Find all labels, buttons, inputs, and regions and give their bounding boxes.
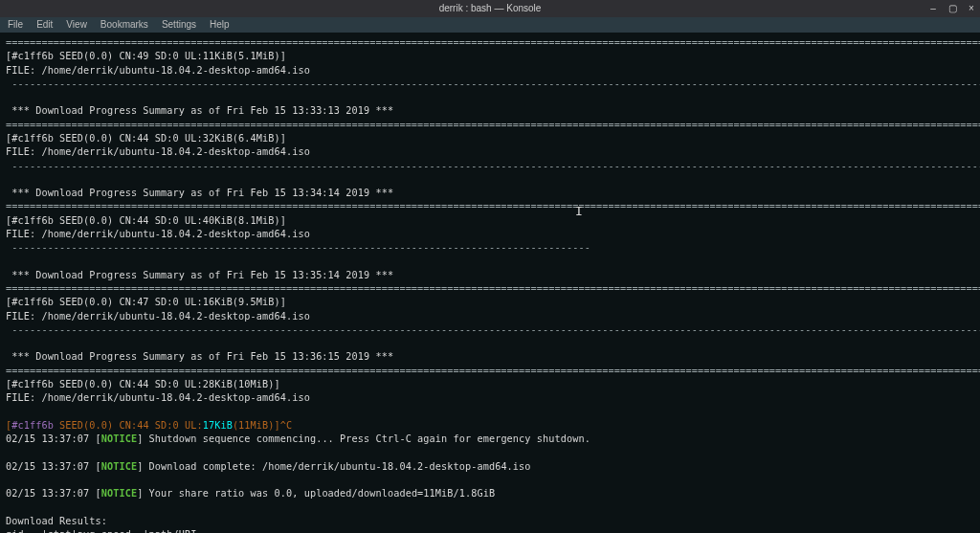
divider: ----------------------------------------… [6,161,980,171]
results-heading: Download Results: [6,516,107,526]
minimize-icon[interactable]: – [928,2,938,15]
summary-line: *** Download Progress Summary as of Fri … [6,270,399,280]
stat-line: [#c1ff6b SEED(0.0) CN:44 SD:0 UL:40KiB(8… [6,215,286,226]
close-icon[interactable]: × [967,2,976,15]
maximize-icon[interactable]: ▢ [947,2,957,15]
summary-line: *** Download Progress Summary as of Fri … [6,188,399,198]
menu-edit[interactable]: Edit [36,18,53,32]
notice-line: 02/15 13:37:07 [NOTICE] Download complet… [6,461,531,472]
summary-line: *** Download Progress Summary as of Fri … [6,351,399,362]
divider: ========================================… [6,283,980,294]
menu-bookmarks[interactable]: Bookmarks [100,18,148,32]
menu-settings[interactable]: Settings [162,18,196,32]
menu-bar: File Edit View Bookmarks Settings Help [0,17,980,33]
divider: ----------------------------------------… [6,242,590,253]
file-line: FILE: /home/derrik/ubuntu-18.04.2-deskto… [6,392,310,403]
terminal-output[interactable]: ========================================… [0,33,980,533]
menu-file[interactable]: File [8,18,23,32]
summary-line: *** Download Progress Summary as of Fri … [6,105,399,116]
menu-view[interactable]: View [66,18,87,32]
file-line: FILE: /home/derrik/ubuntu-18.04.2-deskto… [6,65,310,76]
window-titlebar: derrik : bash — Konsole – ▢ × [0,0,980,17]
window-controls: – ▢ × [928,0,976,17]
notice-line: 02/15 13:37:07 [NOTICE] Your share ratio… [6,488,495,499]
notice-line: 02/15 13:37:07 [NOTICE] Shutdown sequenc… [6,433,590,444]
results-header: gid |stat|avg speed |path/URI [6,529,196,533]
divider: ========================================… [6,201,980,211]
file-line: FILE: /home/derrik/ubuntu-18.04.2-deskto… [6,229,310,239]
divider: ----------------------------------------… [6,324,980,335]
stat-line: [#c1ff6b SEED(0.0) CN:44 SD:0 UL:28KiB(1… [6,379,280,389]
final-stat: [#c1ff6b SEED(0.0) CN:44 SD:0 UL:17KiB(1… [6,420,292,431]
stat-line: [#c1ff6b SEED(0.0) CN:44 SD:0 UL:32KiB(6… [6,133,286,144]
window-title: derrik : bash — Konsole [439,2,542,15]
divider: ========================================… [6,366,980,376]
divider: ----------------------------------------… [6,78,980,89]
stat-line: [#c1ff6b SEED(0.0) CN:49 SD:0 UL:11KiB(5… [6,51,286,61]
divider: ========================================… [6,120,980,130]
divider: ========================================… [6,37,980,48]
file-line: FILE: /home/derrik/ubuntu-18.04.2-deskto… [6,311,310,322]
menu-help[interactable]: Help [210,18,230,32]
file-line: FILE: /home/derrik/ubuntu-18.04.2-deskto… [6,146,310,157]
stat-line: [#c1ff6b SEED(0.0) CN:47 SD:0 UL:16KiB(9… [6,297,286,307]
text-cursor-icon: I [575,203,583,220]
